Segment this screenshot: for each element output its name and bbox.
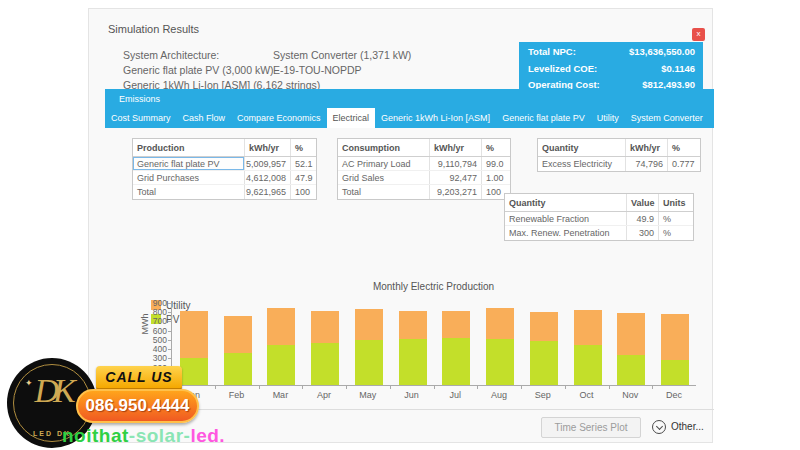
- x-tick-mark: [346, 386, 347, 389]
- x-tick-mark: [565, 386, 566, 389]
- bar-segment-pv: [661, 360, 689, 385]
- chevron-down-icon[interactable]: [652, 420, 666, 434]
- bar-segment-pv: [180, 358, 208, 385]
- stacked-bar: [267, 308, 295, 385]
- tab-emissions[interactable]: Emissions: [113, 94, 166, 104]
- y-tick-label: 300: [141, 353, 167, 363]
- table-cell: 47.9: [291, 171, 316, 184]
- y-tick-label: 400: [141, 344, 167, 354]
- dialog-title: Simulation Results: [108, 23, 199, 35]
- call-us-badge: CALL US: [96, 366, 182, 391]
- table-cell: Total: [338, 185, 430, 199]
- website-text-part: led.: [190, 425, 225, 446]
- x-tick-label: Aug: [477, 390, 521, 400]
- table-cell: 9,203,271: [430, 185, 482, 199]
- table-cell: 1.00: [482, 171, 510, 184]
- x-tick-mark: [215, 386, 216, 389]
- y-tick-mark: [168, 358, 171, 359]
- production-table: ProductionkWh/yr%Generic flat plate PV5,…: [132, 138, 317, 200]
- table-cell: 100: [291, 185, 316, 199]
- summary-box: Total NPC:$13,636,550.00Levelized COE:$0…: [519, 42, 703, 96]
- table-header-row: ProductionkWh/yr%: [133, 139, 316, 157]
- x-tick-mark: [259, 386, 260, 389]
- table-cell: 92,477: [430, 171, 482, 184]
- tab-cost-summary[interactable]: Cost Summary: [105, 108, 177, 128]
- x-tick-label: Jul: [434, 390, 478, 400]
- table-cell: 52.1: [291, 157, 316, 170]
- stacked-bar: [311, 311, 339, 385]
- quantity-table: QuantitykWh/yr%Excess Electricity74,7960…: [537, 138, 701, 172]
- bar-segment-utility: [574, 310, 602, 345]
- website-text-part: -solar-: [129, 425, 191, 446]
- bar-group-mar: [260, 308, 304, 385]
- stacked-bar: [617, 313, 645, 385]
- column-header: Consumption: [338, 139, 430, 156]
- website-text-part: noithat: [62, 425, 129, 446]
- bar-segment-pv: [486, 339, 514, 385]
- x-tick-label: May: [346, 390, 390, 400]
- x-tick-label: Apr: [302, 390, 346, 400]
- tab-generic-flat-plate-pv[interactable]: Generic flat plate PV: [496, 108, 591, 128]
- close-icon[interactable]: x: [692, 28, 705, 41]
- summary-value: $0.1146: [661, 61, 695, 78]
- column-header: %: [668, 139, 700, 156]
- table-cell: Generic flat plate PV: [133, 157, 245, 170]
- consumption-table: ConsumptionkWh/yr%AC Primary Load9,110,7…: [337, 138, 511, 200]
- tab-cash-flow[interactable]: Cash Flow: [177, 108, 232, 128]
- bar-segment-pv: [530, 341, 558, 385]
- tab-generic-1kwh-li-ion-asm[interactable]: Generic 1kWh Li-Ion [ASM]: [375, 108, 496, 128]
- stacked-bar: [442, 311, 470, 385]
- column-header: %: [291, 139, 316, 156]
- x-tick-label: Dec: [652, 390, 696, 400]
- x-tick-label: Oct: [565, 390, 609, 400]
- table-cell: %: [659, 226, 693, 240]
- architecture-right-column: System Converter (1,371 kW)E-19-TOU-NOPD…: [273, 48, 411, 78]
- y-tick-mark: [168, 331, 171, 332]
- time-series-plot-button[interactable]: Time Series Plot: [541, 417, 641, 438]
- column-header: Quantity: [538, 139, 626, 156]
- chevron-glyph: [655, 422, 662, 429]
- table-cell: AC Primary Load: [338, 157, 430, 170]
- table-header-row: ConsumptionkWh/yr%: [338, 139, 510, 157]
- x-tick-mark: [390, 386, 391, 389]
- tab-system-converter[interactable]: System Converter: [625, 108, 709, 128]
- other-button[interactable]: Other...: [671, 421, 704, 432]
- table-cell: Excess Electricity: [538, 157, 626, 171]
- table-cell: Total: [133, 185, 245, 199]
- table-cell: 74,796: [626, 157, 668, 171]
- tab-electrical[interactable]: Electrical: [327, 108, 376, 128]
- renewable-quantity-table: QuantityValueUnitsRenewable Fraction49.9…: [504, 193, 694, 241]
- chart-title: Monthly Electric Production: [171, 281, 696, 292]
- table-cell: %: [659, 212, 693, 225]
- bar-group-may: [347, 309, 391, 385]
- table-row: Total9,203,271100: [338, 185, 510, 199]
- bar-segment-utility: [180, 311, 208, 358]
- table-row: Grid Purchases4,612,00847.9: [133, 171, 316, 185]
- y-tick-label: 800: [141, 307, 167, 317]
- summary-label: Levelized COE:: [528, 61, 597, 78]
- summary-label: Total NPC:: [528, 44, 576, 61]
- bar-segment-utility: [399, 311, 427, 339]
- stacked-bar: [399, 311, 427, 385]
- bar-group-dec: [653, 314, 697, 385]
- table-cell: 5,009,957: [245, 157, 291, 170]
- bar-segment-utility: [224, 316, 252, 353]
- tab-compare-economics[interactable]: Compare Economics: [231, 108, 327, 128]
- y-tick-mark: [168, 321, 171, 322]
- table-cell: 99.0: [482, 157, 510, 170]
- summary-value: $13,636,550.00: [629, 44, 695, 61]
- x-tick-mark: [652, 386, 653, 389]
- phone-number-badge: 086.950.4444: [76, 389, 199, 423]
- stacked-bar: [180, 311, 208, 385]
- bar-segment-utility: [355, 309, 383, 339]
- table-cell: 4,612,008: [245, 171, 291, 184]
- tab-row-1: Emissions: [105, 89, 714, 108]
- table-header-row: QuantitykWh/yr%: [538, 139, 700, 157]
- y-tick-mark: [168, 340, 171, 341]
- tab-utility[interactable]: Utility: [591, 108, 625, 128]
- x-axis-labels: JanFebMarAprMayJunJulAugSepOctNovDec: [171, 390, 696, 402]
- x-tick-mark: [434, 386, 435, 389]
- table-row: AC Primary Load9,110,79499.0: [338, 157, 510, 171]
- table-header-row: QuantityValueUnits: [505, 194, 693, 212]
- y-tick-label: 900: [141, 298, 167, 308]
